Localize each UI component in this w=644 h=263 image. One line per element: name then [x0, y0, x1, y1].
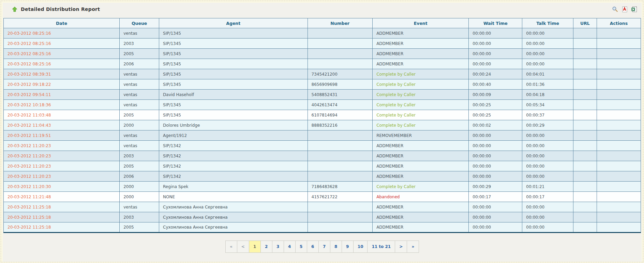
page-button[interactable]: 6 — [307, 241, 319, 252]
column-header-talk-time: Talk Time — [522, 18, 573, 28]
cell-number — [308, 59, 373, 69]
cell-wait: 00:00:09 — [469, 90, 522, 100]
cell-wait: 00:00:25 — [469, 100, 522, 110]
cell-queue: 2006 — [120, 59, 159, 69]
cell-queue: 2000 — [120, 120, 159, 130]
page-button[interactable]: 4 — [284, 241, 296, 252]
table-row: 20-03-2012 08:39:31ventasSIP/13457345421… — [4, 69, 641, 79]
report-table-wrap: DateQueueAgentNumberEventWait TimeTalk T… — [3, 18, 642, 233]
cell-actions — [597, 28, 641, 38]
cell-wait: 00:00:02 — [469, 120, 522, 130]
page-button[interactable]: 3 — [272, 241, 284, 252]
cell-number — [308, 202, 373, 212]
cell-wait: 00:00:00 — [469, 130, 522, 141]
cell-agent: Сухомлинова Анна Сергеевна — [159, 212, 308, 222]
cell-queue: 2003 — [120, 212, 159, 222]
table-row: 20-03-2012 11:25:182003Сухомлинова Анна … — [4, 212, 641, 222]
cell-agent: Agent/1912 — [159, 130, 308, 141]
page-button[interactable]: 2 — [261, 241, 272, 252]
cell-queue: 2003 — [120, 151, 159, 161]
cell-date: 20-03-2012 11:25:18 — [4, 212, 120, 222]
cell-wait: 00:00:00 — [469, 161, 522, 171]
cell-url — [573, 202, 597, 212]
cell-date: 20-03-2012 09:18:22 — [4, 79, 120, 90]
column-header-number: Number — [308, 18, 373, 28]
cell-date: 20-03-2012 11:25:18 — [4, 202, 120, 212]
table-row: 20-03-2012 11:25:182005Сухомлинова Анна … — [4, 222, 641, 233]
search-icon[interactable] — [612, 6, 618, 13]
cell-wait: 00:00:00 — [469, 151, 522, 161]
column-header-actions: Actions — [597, 18, 641, 28]
cell-queue: 2005 — [120, 161, 159, 171]
cell-event: Complete by Caller — [373, 100, 469, 110]
cell-talk: 00:00:00 — [522, 171, 573, 182]
cell-talk: 00:00:00 — [522, 59, 573, 69]
page-button[interactable]: 7 — [319, 241, 330, 252]
cell-wait: 00:00:24 — [469, 69, 522, 79]
cell-talk: 00:00:00 — [522, 28, 573, 38]
cell-number: 4042613474 — [308, 100, 373, 110]
cell-event: ADDMEMBER — [373, 212, 469, 222]
column-header-wait-time: Wait Time — [469, 18, 522, 28]
cell-wait: 00:00:00 — [469, 141, 522, 151]
cell-wait: 00:00:40 — [469, 79, 522, 90]
cell-actions — [597, 120, 641, 130]
cell-event: Complete by Caller — [373, 90, 469, 100]
title-bar: Detailed Distribution Report — [3, 3, 642, 16]
page-button[interactable]: 10 — [354, 241, 368, 252]
cell-event: ADDMEMBER — [373, 38, 469, 49]
cell-actions — [597, 69, 641, 79]
excel-export-icon[interactable] — [631, 6, 638, 13]
cell-actions — [597, 151, 641, 161]
cell-queue: ventas — [120, 141, 159, 151]
cell-date: 20-03-2012 11:20:23 — [4, 141, 120, 151]
cell-event: Complete by Caller — [373, 182, 469, 192]
cell-agent: SIP/1342 — [159, 151, 308, 161]
cell-wait: 00:00:00 — [469, 171, 522, 182]
up-arrow-icon — [12, 6, 17, 12]
cell-number — [308, 171, 373, 182]
pdf-export-icon[interactable] — [621, 6, 628, 13]
cell-url — [573, 110, 597, 120]
cell-talk: 00:00:29 — [522, 120, 573, 130]
page-button[interactable]: 5 — [296, 241, 307, 252]
cell-number — [308, 222, 373, 233]
cell-number: 7186483628 — [308, 182, 373, 192]
cell-date: 20-03-2012 08:25:16 — [4, 49, 120, 59]
page-current[interactable]: 1 — [249, 241, 261, 252]
cell-date: 20-03-2012 11:25:18 — [4, 222, 120, 233]
table-row: 20-03-2012 11:19:51ventasAgent/1912REMOV… — [4, 130, 641, 141]
cell-agent: SIP/1342 — [159, 161, 308, 171]
cell-talk: 00:00:37 — [522, 110, 573, 120]
cell-talk: 00:00:00 — [522, 130, 573, 141]
cell-number: 6107814694 — [308, 110, 373, 120]
page-button[interactable]: 11 to 21 — [368, 241, 395, 252]
cell-url — [573, 49, 597, 59]
cell-number — [308, 161, 373, 171]
page-button[interactable]: < — [237, 241, 249, 252]
cell-talk: 00:04:18 — [522, 90, 573, 100]
page-button[interactable]: 8 — [330, 241, 342, 252]
cell-url — [573, 38, 597, 49]
cell-wait: 00:00:00 — [469, 212, 522, 222]
cell-event: Complete by Caller — [373, 69, 469, 79]
cell-agent: SIP/1345 — [159, 38, 308, 49]
page-button[interactable]: « — [226, 241, 237, 252]
cell-date: 20-03-2012 10:18:36 — [4, 100, 120, 110]
cell-url — [573, 141, 597, 151]
cell-number: 7345421200 — [308, 69, 373, 79]
cell-talk: 00:00:00 — [522, 38, 573, 49]
table-row: 20-03-2012 11:20:232003SIP/1342ADDMEMBER… — [4, 151, 641, 161]
cell-url — [573, 59, 597, 69]
page-button[interactable]: » — [407, 241, 419, 252]
cell-number: 8656909698 — [308, 79, 373, 90]
page-button[interactable]: > — [395, 241, 407, 252]
page-button[interactable]: 9 — [342, 241, 354, 252]
distribution-report-table: DateQueueAgentNumberEventWait TimeTalk T… — [3, 18, 641, 233]
cell-date: 20-03-2012 08:25:16 — [4, 38, 120, 49]
cell-number: 5408852431 — [308, 90, 373, 100]
cell-number — [308, 49, 373, 59]
cell-agent: SIP/1345 — [159, 49, 308, 59]
cell-talk: 00:04:01 — [522, 69, 573, 79]
cell-number: 8888352216 — [308, 120, 373, 130]
